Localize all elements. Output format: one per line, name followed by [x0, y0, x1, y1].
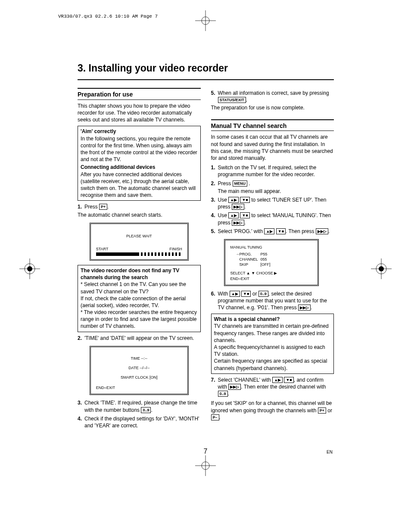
no-channels-heading: The video recorder does not find any TV …: [81, 267, 198, 281]
manual-intro: In some cases it can occur that all TV c…: [211, 134, 334, 162]
chapter-title: 3. Installing your video recorder: [78, 62, 334, 80]
step-5: 5. When all information is correct, save…: [211, 90, 334, 103]
up-button-icon: ▲▶: [272, 377, 283, 383]
number-keys-icon: 0..9: [141, 407, 151, 413]
down-button-icon: ▼■: [240, 197, 249, 203]
skip-note: If you set 'SKIP' on for a channel, this…: [211, 400, 334, 421]
svg-point-10: [379, 266, 384, 271]
fwd-button-icon: ▶▶▷: [316, 228, 328, 234]
step-1: 1. Press P+.: [78, 203, 201, 210]
pminus-button-icon: P–: [211, 414, 219, 420]
section-preparation: Preparation for use: [78, 88, 201, 100]
pplus-button-icon: P+: [318, 408, 326, 414]
right-column: 5. When all information is correct, save…: [211, 88, 334, 430]
rstep-2: 2. Press MENU .: [211, 180, 334, 187]
fwd-button-icon: ▶▶▷: [298, 305, 311, 311]
progress-bar: [96, 252, 182, 256]
crop-mark-top: [195, 10, 216, 31]
step5-after: The preparation for use is now complete.: [211, 104, 334, 111]
menu-button-icon: MENU: [233, 180, 248, 187]
up-button-icon: ▲▶: [230, 291, 240, 297]
rstep2-after: The main menu will appear.: [218, 188, 334, 195]
step-4: 4. Check if the displayed settings for '…: [78, 415, 201, 429]
up-button-icon: ▲▶: [264, 228, 274, 234]
aim-heading: 'Aim' correctly: [81, 128, 198, 135]
number-keys-icon: 0..9: [218, 391, 228, 397]
fwd-button-icon: ▶▶▷: [228, 384, 241, 390]
crop-mark-bottom: [195, 455, 216, 476]
special-channel-heading: What is a special channel?: [214, 316, 331, 323]
status-exit-button-icon: STATUS/EXIT: [218, 97, 246, 103]
connect-text: After you have connected additional devi…: [81, 171, 198, 199]
page-number: 7: [0, 448, 411, 455]
crop-mark-left: [19, 258, 40, 279]
special-channel-box: What is a special channel? TV channels a…: [211, 314, 334, 374]
down-button-icon: ▼■: [240, 212, 249, 218]
fwd-button-icon: ▶▶▷: [232, 204, 244, 210]
step-2: 2. 'TIME' and 'DATE' will appear on the …: [78, 335, 201, 342]
page: VR330/07.qx3 02.2.6 10:10 AM Page 7 3. I…: [0, 0, 411, 532]
aim-box: 'Aim' correctly In the following section…: [78, 126, 201, 201]
no-channels-box: The video recorder does not find any TV …: [78, 265, 201, 332]
step1-after: The automatic channel search starts.: [78, 212, 201, 218]
prep-intro: This chapter shows you how to prepare th…: [78, 103, 201, 124]
down-button-icon: ▼■: [241, 291, 251, 297]
rstep-3: 3. Use ▲▶ ▼■ to select 'TUNER SET UP'. T…: [211, 196, 334, 210]
osd-time-date: TIME --:-- DATE --/--/-- SMART CLOCK [ON…: [90, 346, 189, 395]
rstep-5: 5. Select 'PROG.' with ▲▶ ▼■. Then press…: [211, 228, 334, 235]
rstep-1: 1. Switch on the TV set. If required, se…: [211, 164, 334, 178]
osd-manual-tuning: MANUAL TUNING →PROG.P55 CHANNEL055 SKIP[…: [224, 239, 319, 286]
up-button-icon: ▲▶: [228, 197, 239, 203]
connect-heading: Connecting additional devices: [81, 164, 198, 171]
up-button-icon: ▲▶: [228, 212, 239, 218]
down-button-icon: ▼■: [276, 228, 286, 234]
print-header: VR330/07.qx3 02.2.6 10:10 AM Page 7: [58, 14, 158, 19]
number-keys-icon: 0..9: [258, 291, 268, 297]
tuning-table: →PROG.P55 CHANNEL055 SKIP[OFF]: [236, 252, 273, 267]
rstep-6: 6. With ▲▶ ▼■ or 0..9, select the desire…: [211, 290, 334, 311]
pplus-button-icon: P+: [99, 204, 107, 210]
rstep-7: 7. Select 'CHANNEL' with ▲▶ ▼■, and conf…: [211, 376, 334, 398]
step-3: 3. Check 'TIME'. If required, please cha…: [78, 399, 201, 413]
svg-point-6: [27, 266, 32, 271]
section-manual-search: Manual TV channel search: [211, 119, 334, 131]
language-code: EN: [327, 450, 333, 454]
down-button-icon: ▼■: [284, 377, 293, 383]
osd-please-wait: PLEASE WAIT START FINISH: [90, 223, 189, 261]
crop-mark-right: [371, 258, 392, 279]
content-area: 3. Installing your video recorder Prepar…: [78, 62, 334, 430]
fwd-button-icon: ▶▶▷: [232, 220, 244, 226]
left-column: Preparation for use This chapter shows y…: [78, 88, 201, 430]
aim-text: In the following sections, you require t…: [81, 135, 198, 163]
rstep-4: 4. Use ▲▶ ▼■ to select 'MANUAL TUNING'. …: [211, 212, 334, 226]
